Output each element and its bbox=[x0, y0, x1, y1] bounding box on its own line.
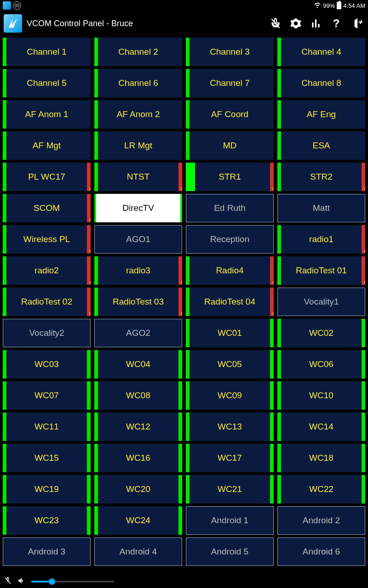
channel-button[interactable]: LWC23 bbox=[3, 506, 91, 535]
channel-button[interactable]: LAF Coord bbox=[186, 100, 274, 129]
channel-button[interactable]: LTWireless PL bbox=[3, 225, 91, 254]
channel-button[interactable]: LWC14 bbox=[277, 413, 365, 441]
channel-label: WC02 bbox=[309, 328, 334, 338]
channel-button[interactable]: LWC09 bbox=[186, 381, 274, 410]
channel-label: WC10 bbox=[309, 390, 334, 401]
mic-muted-icon[interactable] bbox=[4, 577, 12, 587]
channel-button[interactable]: LMD bbox=[186, 131, 274, 160]
channel-button[interactable]: LWC16 bbox=[94, 444, 182, 472]
channel-label: WC13 bbox=[218, 422, 242, 432]
exit-icon[interactable] bbox=[349, 16, 364, 31]
channel-button[interactable]: LWC17 bbox=[186, 444, 274, 472]
channel-button[interactable]: LWC04 bbox=[94, 350, 182, 379]
channel-label: radio3 bbox=[126, 266, 150, 276]
channel-label: RadioTest 02 bbox=[21, 297, 72, 307]
channel-button[interactable]: LChannel 8 bbox=[277, 69, 365, 97]
channel-label: Ed Ruth bbox=[214, 203, 246, 213]
channel-button[interactable]: LChannel 2 bbox=[94, 38, 182, 66]
channel-label: WC11 bbox=[34, 422, 59, 432]
channel-button[interactable]: LWC06 bbox=[277, 350, 365, 379]
channel-button[interactable]: LWC08 bbox=[94, 381, 182, 410]
channel-label: DirecTV bbox=[122, 203, 154, 213]
channel-label: ESA bbox=[312, 141, 330, 151]
channel-button[interactable]: LTPL WC17 bbox=[3, 163, 91, 191]
channel-label: WC09 bbox=[218, 390, 242, 401]
channel-button[interactable]: LTRadioTest 03 bbox=[94, 288, 182, 316]
channel-label: AF Anom 1 bbox=[25, 109, 69, 119]
channel-label: WC23 bbox=[34, 515, 59, 526]
channel-button[interactable]: LWC12 bbox=[94, 413, 182, 441]
channel-button[interactable]: LTradio1 bbox=[277, 225, 365, 254]
channel-button[interactable]: LChannel 5 bbox=[3, 69, 91, 97]
app-logo-icon bbox=[4, 14, 22, 33]
channel-label: LR Mgt bbox=[124, 141, 152, 151]
channel-button[interactable]: Android 1 bbox=[186, 506, 274, 535]
channel-button[interactable]: LTRadioTest 02 bbox=[3, 288, 91, 316]
channel-button[interactable]: LTSCOM bbox=[3, 194, 91, 222]
volume-slider[interactable] bbox=[31, 581, 114, 582]
channel-button[interactable]: LDirecTV bbox=[94, 194, 182, 222]
channel-button[interactable]: Reception bbox=[186, 225, 274, 254]
channel-button[interactable]: Android 6 bbox=[277, 537, 365, 566]
channel-button[interactable]: LWC20 bbox=[94, 475, 182, 503]
channel-button[interactable]: LWC18 bbox=[277, 444, 365, 472]
channel-button[interactable]: Android 2 bbox=[277, 506, 365, 535]
channel-button[interactable]: Ed Ruth bbox=[186, 194, 274, 222]
channel-button[interactable]: LWC05 bbox=[186, 350, 274, 379]
wifi-icon bbox=[314, 1, 321, 10]
channel-button[interactable]: LWC03 bbox=[3, 350, 91, 379]
channel-button[interactable]: LChannel 7 bbox=[186, 69, 274, 97]
channel-label: Radio4 bbox=[216, 266, 243, 276]
help-icon[interactable]: ? bbox=[328, 16, 344, 31]
channel-button[interactable]: LWC22 bbox=[277, 475, 365, 503]
mute-icon[interactable] bbox=[268, 16, 283, 31]
channel-button[interactable]: LWC11 bbox=[3, 413, 91, 441]
channel-button[interactable]: LWC02 bbox=[277, 319, 365, 347]
channel-button[interactable]: Vocality2 bbox=[3, 319, 91, 347]
channel-button[interactable]: LTNTST bbox=[94, 163, 182, 191]
gear-icon[interactable] bbox=[288, 16, 304, 31]
channel-button[interactable]: LWC07 bbox=[3, 381, 91, 410]
channel-button[interactable]: LAF Anom 1 bbox=[3, 100, 91, 129]
channel-button[interactable]: LTRadioTest 01 bbox=[277, 256, 365, 285]
channel-button[interactable]: Android 5 bbox=[186, 537, 274, 566]
channel-label: RadioTest 04 bbox=[204, 297, 255, 307]
channel-button[interactable]: LTRadio4 bbox=[186, 256, 274, 285]
channel-button[interactable]: LLR Mgt bbox=[94, 131, 182, 160]
channel-button[interactable]: LTSTR1 bbox=[186, 163, 274, 191]
channel-button[interactable]: LWC10 bbox=[277, 381, 365, 410]
channel-button[interactable]: LWC24 bbox=[94, 506, 182, 535]
channel-button[interactable]: Vocality1 bbox=[277, 288, 365, 316]
channel-button[interactable]: LTSTR2 bbox=[277, 163, 365, 191]
channel-button[interactable]: LWC19 bbox=[3, 475, 91, 503]
channel-label: WC04 bbox=[126, 359, 150, 369]
channel-button[interactable]: LESA bbox=[277, 131, 365, 160]
channel-button[interactable]: LWC01 bbox=[186, 319, 274, 347]
channel-button[interactable]: LAF Anom 2 bbox=[94, 100, 182, 129]
channel-button[interactable]: LWC13 bbox=[186, 413, 274, 441]
channel-button[interactable]: LWC15 bbox=[3, 444, 91, 472]
channel-label: NTST bbox=[127, 172, 150, 182]
channel-button[interactable]: LTRadioTest 04 bbox=[186, 288, 274, 316]
channel-button[interactable]: AGO2 bbox=[94, 319, 182, 347]
channel-button[interactable]: LChannel 4 bbox=[277, 38, 365, 66]
channel-button[interactable]: LAF Mgt bbox=[3, 131, 91, 160]
channel-label: WC03 bbox=[34, 359, 59, 369]
channel-button[interactable]: LTradio2 bbox=[3, 256, 91, 285]
channel-label: Vocality2 bbox=[29, 328, 64, 338]
channel-button[interactable]: Android 3 bbox=[3, 537, 91, 566]
channel-button[interactable]: LChannel 1 bbox=[3, 38, 91, 66]
channel-label: WC24 bbox=[126, 515, 150, 526]
speaker-icon[interactable] bbox=[17, 577, 26, 587]
channel-button[interactable]: Matt bbox=[277, 194, 365, 222]
channel-label: WC21 bbox=[218, 484, 242, 494]
channel-button[interactable]: LChannel 3 bbox=[186, 38, 274, 66]
channel-button[interactable]: Android 4 bbox=[94, 537, 182, 566]
app-title: VCOM Control Panel - Bruce bbox=[27, 19, 263, 28]
stats-icon[interactable] bbox=[308, 16, 324, 31]
channel-button[interactable]: LTradio3 bbox=[94, 256, 182, 285]
channel-button[interactable]: AGO1 bbox=[94, 225, 182, 254]
channel-button[interactable]: LChannel 6 bbox=[94, 69, 182, 97]
channel-button[interactable]: LWC21 bbox=[186, 475, 274, 503]
channel-button[interactable]: LAF Eng bbox=[277, 100, 365, 129]
